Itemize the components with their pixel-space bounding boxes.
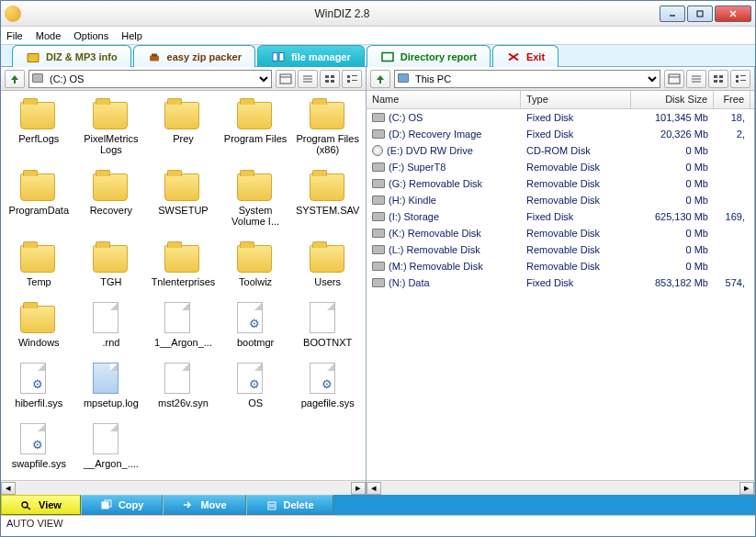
drive-row[interactable]: (N:) DataFixed Disk853,182 Mb574, xyxy=(367,274,754,291)
right-drive-list[interactable]: Name Type Disk Size Free (C:) OSFixed Di… xyxy=(367,91,754,480)
drive-name: (F:) SuperT8 xyxy=(389,162,446,173)
file-item[interactable]: pagefile.sys xyxy=(293,363,362,408)
right-hscroll[interactable]: ◂▸ xyxy=(367,480,754,495)
file-item[interactable]: 1__Argon_... xyxy=(149,302,218,348)
tab-icon xyxy=(147,50,162,63)
system-file-icon xyxy=(310,363,335,394)
main-tabs: DIZ & MP3 infoeasy zip packerfile manage… xyxy=(1,45,755,67)
svg-rect-6 xyxy=(273,52,277,61)
close-button[interactable] xyxy=(715,6,751,22)
scroll-left-icon[interactable]: ◂ xyxy=(1,482,16,495)
minimize-button[interactable] xyxy=(660,6,685,22)
file-item[interactable]: PixelMetrics Logs xyxy=(77,98,146,155)
left-file-list[interactable]: PerfLogsPixelMetrics LogsPreyProgram Fil… xyxy=(1,91,366,480)
drive-row[interactable]: (C:) OSFixed Disk101,345 Mb18, xyxy=(367,109,754,126)
scroll-right-icon[interactable]: ▸ xyxy=(739,482,754,495)
file-item[interactable]: TGH xyxy=(77,241,146,287)
file-item[interactable]: OS xyxy=(221,363,290,408)
file-label: swapfile.sys xyxy=(12,458,66,469)
col-type[interactable]: Type xyxy=(521,91,631,108)
folder-icon xyxy=(164,102,199,129)
scroll-left-icon[interactable]: ◂ xyxy=(367,482,381,495)
view-details-button[interactable] xyxy=(298,70,318,88)
drive-icon xyxy=(32,73,43,83)
file-item[interactable]: Windows xyxy=(5,302,73,348)
up-button[interactable] xyxy=(5,70,25,88)
view-button[interactable]: View xyxy=(1,495,81,515)
view-icons-button[interactable] xyxy=(320,70,340,88)
col-name[interactable]: Name xyxy=(367,91,521,108)
file-item[interactable]: __Argon_.... xyxy=(77,423,146,469)
view-list-button[interactable] xyxy=(276,70,296,88)
file-item[interactable]: PerfLogs xyxy=(5,98,73,155)
file-item[interactable]: Program Files xyxy=(221,98,290,155)
drive-row[interactable]: (M:) Removable DiskRemovable Disk0 Mb xyxy=(367,258,754,274)
move-button[interactable]: Move xyxy=(163,495,245,515)
svg-rect-7 xyxy=(279,52,284,61)
up-button[interactable] xyxy=(370,70,390,88)
file-item[interactable]: System Volume I... xyxy=(221,170,290,227)
file-item[interactable]: Recovery xyxy=(77,170,146,227)
file-item[interactable]: Tnlenterprises xyxy=(149,241,218,287)
tab-directory-report[interactable]: Directory report xyxy=(367,45,491,67)
file-item[interactable]: mpsetup.log xyxy=(77,363,146,408)
drive-type: Removable Disk xyxy=(521,228,631,239)
svg-rect-8 xyxy=(382,52,393,61)
disk-icon xyxy=(372,196,385,205)
drive-row[interactable]: (F:) SuperT8Removable Disk0 Mb xyxy=(367,159,754,175)
file-item[interactable]: Prey xyxy=(149,98,218,155)
file-item[interactable]: bootmgr xyxy=(221,302,290,348)
delete-button[interactable]: Delete xyxy=(246,495,333,515)
tab-diz-mp3-info[interactable]: DIZ & MP3 info xyxy=(12,45,131,67)
tab-easy-zip-packer[interactable]: easy zip packer xyxy=(133,45,255,67)
col-free[interactable]: Free xyxy=(714,91,750,108)
left-hscroll[interactable]: ◂▸ xyxy=(1,480,366,495)
right-drive-select[interactable]: This PC xyxy=(394,70,660,88)
file-item[interactable]: hiberfil.sys xyxy=(5,363,73,408)
drive-row[interactable]: (E:) DVD RW DriveCD-ROM Disk0 Mb xyxy=(367,142,754,159)
col-size[interactable]: Disk Size xyxy=(631,91,714,108)
file-item[interactable]: swapfile.sys xyxy=(5,423,73,469)
file-item[interactable]: Toolwiz xyxy=(221,241,290,287)
svg-rect-34 xyxy=(740,75,746,76)
file-item[interactable]: BOOTNXT xyxy=(293,302,362,348)
file-item[interactable]: .rnd xyxy=(77,302,146,348)
disk-icon xyxy=(372,229,385,238)
file-item[interactable]: Program Files (x86) xyxy=(293,98,362,155)
view-tiles-button[interactable] xyxy=(342,70,362,88)
drive-row[interactable]: (G:) Removable DiskRemovable Disk0 Mb xyxy=(367,175,754,192)
file-label: TGH xyxy=(100,276,121,287)
file-item[interactable]: ProgramData xyxy=(5,170,73,227)
view-tiles-button[interactable] xyxy=(730,70,750,88)
file-item[interactable]: mst26v.syn xyxy=(149,363,218,408)
drive-row[interactable]: (H:) KindleRemovable Disk0 Mb xyxy=(367,192,754,208)
document-icon xyxy=(93,423,118,454)
file-item[interactable]: Temp xyxy=(5,241,73,287)
drive-row[interactable]: (K:) Removable DiskRemovable Disk0 Mb xyxy=(367,225,754,241)
menu-options[interactable]: Options xyxy=(73,30,108,41)
tab-file-manager[interactable]: file manager xyxy=(257,45,365,67)
drive-row[interactable]: (L:) Removable DiskRemovable Disk0 Mb xyxy=(367,241,754,258)
scroll-right-icon[interactable]: ▸ xyxy=(351,482,366,495)
copy-button[interactable]: Copy xyxy=(81,495,164,515)
file-item[interactable]: SYSTEM.SAV xyxy=(293,170,362,227)
file-label: Program Files xyxy=(224,133,287,144)
menu-mode[interactable]: Mode xyxy=(36,30,62,41)
view-icons-button[interactable] xyxy=(708,70,728,88)
view-details-button[interactable] xyxy=(686,70,706,88)
menu-help[interactable]: Help xyxy=(121,30,142,41)
file-item[interactable]: Users xyxy=(293,241,362,287)
folder-icon xyxy=(93,102,128,129)
tab-exit[interactable]: Exit xyxy=(492,45,559,67)
left-drive-select[interactable]: (C:) OS xyxy=(28,70,272,88)
svg-rect-33 xyxy=(736,75,739,78)
drive-type: CD-ROM Disk xyxy=(521,145,631,156)
view-list-button[interactable] xyxy=(664,70,684,88)
document-icon xyxy=(310,302,335,333)
menu-file[interactable]: File xyxy=(6,30,23,41)
drive-row[interactable]: (D:) Recovery ImageFixed Disk20,326 Mb2, xyxy=(367,126,754,142)
file-item[interactable]: SWSETUP xyxy=(149,170,218,227)
maximize-button[interactable] xyxy=(687,6,713,22)
drive-row[interactable]: (I:) StorageFixed Disk625,130 Mb169, xyxy=(367,208,754,225)
move-icon xyxy=(182,499,195,510)
